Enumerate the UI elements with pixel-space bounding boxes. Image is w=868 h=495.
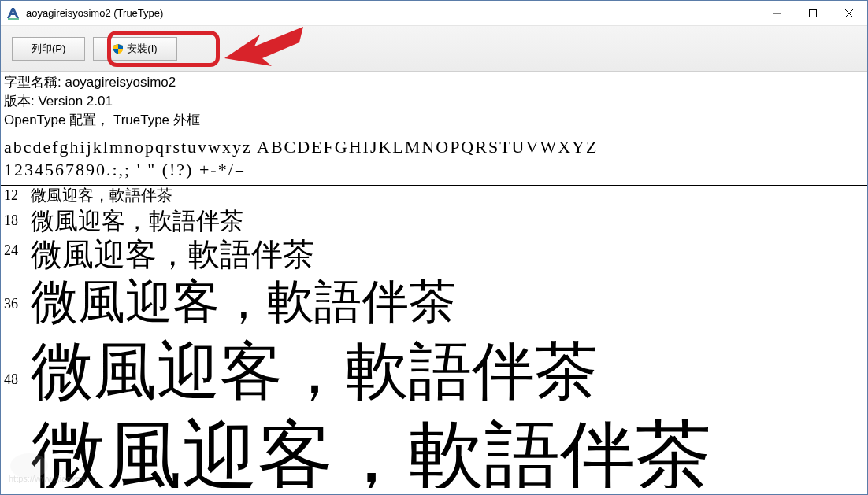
minimize-button[interactable] xyxy=(759,1,795,25)
svg-rect-0 xyxy=(810,9,817,17)
sample-text: 微風迎客，軟語伴茶 xyxy=(31,209,243,233)
maximize-button[interactable] xyxy=(795,1,831,25)
charset-line-2: 1234567890.:,; ' " (!?) +-*/= xyxy=(4,159,864,182)
sample-size-label: 12 xyxy=(4,187,31,204)
sample-size-label: 36 xyxy=(4,279,31,312)
sample-row: 36微風迎客，軟語伴茶 xyxy=(1,277,867,338)
sample-text: 微風迎客，軟語伴茶 xyxy=(31,239,314,271)
close-button[interactable] xyxy=(831,1,867,25)
install-button[interactable]: 安裝(I) xyxy=(93,37,176,61)
title-bar: aoyagireisyosimo2 (TrueType) xyxy=(1,1,867,26)
font-name-line: 字型名稱: aoyagireisyosimo2 xyxy=(4,73,864,92)
font-info-block: 字型名稱: aoyagireisyosimo2 版本: Version 2.01… xyxy=(1,72,867,131)
install-button-label: 安裝(I) xyxy=(127,42,157,56)
arrow-annotation xyxy=(224,23,311,73)
sample-row: 12微風迎客，軟語伴茶 xyxy=(1,186,867,208)
charset-line-1: abcdefghijklmnopqrstuvwxyz ABCDEFGHIJKLM… xyxy=(4,136,864,159)
print-button-label: 列印(P) xyxy=(32,42,65,56)
charset-block: abcdefghijklmnopqrstuvwxyz ABCDEFGHIJKLM… xyxy=(1,131,867,185)
sample-row: 18微風迎客，軟語伴茶 xyxy=(1,208,867,238)
font-version-line: 版本: Version 2.01 xyxy=(4,92,864,111)
font-opentype-line: OpenType 配置， TrueType 外框 xyxy=(4,111,864,130)
toolbar: 列印(P) 安裝(I) xyxy=(1,26,867,72)
app-icon xyxy=(6,6,21,21)
sample-size-label: 24 xyxy=(4,239,31,259)
window-title: aoyagireisyosimo2 (TrueType) xyxy=(26,7,759,19)
window-controls xyxy=(759,1,867,25)
svg-marker-1 xyxy=(224,27,303,66)
preview-content[interactable]: 字型名稱: aoyagireisyosimo2 版本: Version 2.01… xyxy=(1,72,867,494)
sample-text: 微風迎客，軟語伴茶 xyxy=(31,187,172,203)
sample-row: 48微風迎客，軟語伴茶 xyxy=(1,338,867,417)
shield-icon xyxy=(113,43,124,54)
sample-row: 24微風迎客，軟語伴茶 xyxy=(1,238,867,277)
sample-text: 微風迎客，軟語伴茶 xyxy=(31,340,598,403)
sample-size-label: 18 xyxy=(4,209,31,229)
sample-text: 微風迎客，軟語伴茶 xyxy=(31,419,711,488)
sample-row: 微風迎客，軟語伴茶 xyxy=(1,417,867,488)
sample-size-label: 48 xyxy=(4,340,31,388)
print-button[interactable]: 列印(P) xyxy=(12,37,85,61)
sample-text: 微風迎客，軟語伴茶 xyxy=(31,279,456,326)
